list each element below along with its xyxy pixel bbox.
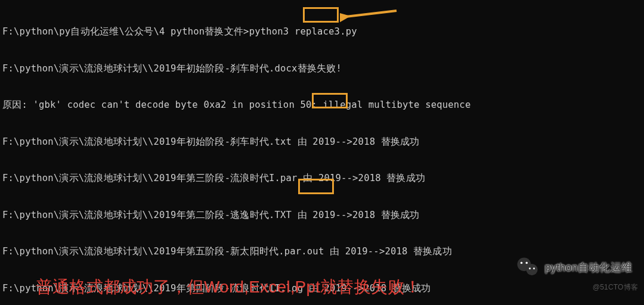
- annotation-caption: 普通格式都成功了，但Word,Excel,Ppt就替换失败！: [36, 281, 421, 294]
- wechat-icon: [515, 255, 540, 280]
- wechat-badge: python自动化运维: [515, 255, 632, 280]
- terminal-line: F:\python\演示\流浪地球计划\\2019年第三阶段-流浪时代I.par…: [2, 172, 642, 185]
- terminal-line: 原因: 'gbk' codec can't decode byte 0xa2 i…: [2, 99, 642, 111]
- svg-point-4: [521, 262, 523, 264]
- terminal-line: F:\python\py自动化运维\公众号\4 python替换文件>pytho…: [2, 26, 642, 38]
- terminal-line: F:\python\演示\流浪地球计划\\2019年初始阶段-刹车时代.docx…: [2, 63, 642, 75]
- terminal-line: F:\python\演示\流浪地球计划\\2019年初始阶段-刹车时代.txt …: [2, 136, 642, 148]
- terminal-line: F:\python\演示\流浪地球计划\\2019年第二阶段-逃逸时代.TXT …: [2, 209, 642, 222]
- svg-point-5: [525, 262, 528, 264]
- wechat-label: python自动化运维: [545, 262, 632, 274]
- svg-point-6: [529, 267, 531, 269]
- svg-point-3: [526, 264, 537, 275]
- svg-point-7: [533, 267, 535, 269]
- watermark: @51CTO博客: [593, 281, 638, 294]
